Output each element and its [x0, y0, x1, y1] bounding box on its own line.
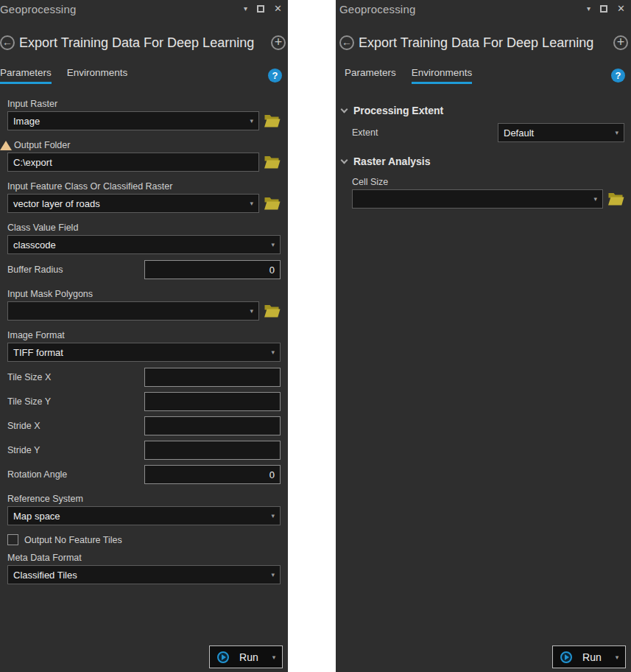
- tab-environments[interactable]: Environments: [67, 67, 128, 84]
- environments-form: Processing Extent Extent Default ▾ Raste…: [336, 104, 631, 209]
- input-raster-value: Image: [13, 116, 40, 127]
- folder-icon: [264, 155, 281, 169]
- rotation-angle-label: Rotation Angle: [7, 469, 67, 480]
- close-icon[interactable]: ✕: [274, 5, 282, 13]
- run-button[interactable]: Run ▾: [209, 645, 283, 668]
- folder-icon: [264, 304, 281, 318]
- output-folder-input[interactable]: C:\export: [7, 153, 259, 172]
- tool-title: Export Training Data For Deep Learning: [19, 35, 267, 51]
- input-feature-browse-button[interactable]: [264, 197, 281, 211]
- tab-environments[interactable]: Environments: [412, 67, 473, 84]
- back-button[interactable]: ←: [0, 35, 15, 50]
- class-value-field-value: classcode: [13, 239, 56, 251]
- run-dropdown-button[interactable]: ▾: [610, 648, 624, 665]
- extent-label: Extent: [352, 127, 378, 138]
- extent-row: Extent Default ▾: [340, 123, 624, 142]
- stride-x-row: Stride X: [7, 416, 281, 435]
- chevron-down-icon: ▾: [267, 241, 275, 248]
- tool-title: Export Training Data For Deep Learning: [359, 35, 609, 51]
- input-feature-value: vector layer of roads: [13, 198, 100, 209]
- class-value-field-label: Class Value Field: [7, 223, 281, 233]
- pane-footer: Run ▾: [552, 645, 626, 668]
- section-processing-extent[interactable]: Processing Extent: [340, 104, 624, 116]
- tile-size-x-input[interactable]: [144, 368, 281, 387]
- tile-size-y-row: Tile Size Y: [7, 392, 281, 411]
- input-raster-browse-button[interactable]: [264, 114, 281, 128]
- run-button-label: Run: [577, 651, 602, 663]
- rotation-angle-input[interactable]: 0: [144, 465, 281, 484]
- pane-title: Geoprocessing: [339, 3, 416, 15]
- input-raster-combo[interactable]: Image ▾: [7, 111, 259, 130]
- run-button-label: Run: [233, 651, 258, 663]
- chevron-down-icon: ▾: [245, 307, 253, 315]
- rotation-angle-row: Rotation Angle 0: [7, 465, 281, 484]
- stride-y-input[interactable]: [144, 441, 281, 460]
- tool-header: ← Export Training Data For Deep Learning…: [0, 33, 288, 52]
- image-format-value: TIFF format: [13, 347, 63, 358]
- tab-bar: Parameters Environments ?: [336, 66, 631, 84]
- pane-footer: Run ▾: [209, 645, 283, 668]
- buffer-radius-row: Buffer Radius 0: [7, 260, 281, 279]
- image-format-combo[interactable]: TIFF format ▾: [7, 343, 281, 362]
- add-to-model-button[interactable]: +: [613, 35, 628, 50]
- output-folder-label: Output Folder: [7, 140, 281, 150]
- chevron-down-icon: ▾: [267, 349, 275, 356]
- class-value-field-combo[interactable]: classcode ▾: [7, 235, 281, 254]
- image-format-label: Image Format: [7, 330, 281, 340]
- cell-size-label: Cell Size: [352, 177, 624, 187]
- section-title: Raster Analysis: [353, 155, 431, 167]
- output-folder-browse-button[interactable]: [264, 155, 281, 169]
- add-to-model-button[interactable]: +: [271, 35, 286, 50]
- run-dropdown-button[interactable]: ▾: [267, 648, 281, 665]
- input-feature-combo[interactable]: vector layer of roads ▾: [7, 194, 259, 213]
- back-arrow-icon: ←: [342, 37, 352, 47]
- tile-size-y-label: Tile Size Y: [7, 396, 51, 407]
- meta-data-format-combo[interactable]: Classified Tiles ▾: [7, 565, 281, 584]
- chevron-down-icon: ▾: [267, 571, 275, 578]
- chevron-down-icon: ▾: [615, 129, 618, 136]
- input-feature-label: Input Feature Class Or Classified Raster: [7, 181, 281, 192]
- cell-size-browse-button[interactable]: [607, 192, 624, 206]
- back-button[interactable]: ←: [339, 35, 354, 50]
- pane-menu-icon[interactable]: ▾: [587, 4, 591, 13]
- output-no-feature-tiles-label: Output No Feature Tiles: [24, 535, 122, 545]
- stride-y-label: Stride Y: [7, 445, 40, 455]
- section-raster-analysis[interactable]: Raster Analysis: [340, 155, 624, 167]
- folder-icon: [607, 192, 624, 206]
- help-icon[interactable]: ?: [268, 69, 282, 83]
- run-button[interactable]: Run ▾: [552, 645, 626, 668]
- chevron-down-icon: ▾: [272, 654, 276, 661]
- warning-icon: [0, 141, 12, 150]
- buffer-radius-label: Buffer Radius: [7, 265, 63, 275]
- input-raster-label: Input Raster: [7, 99, 281, 109]
- chevron-down-icon: ▾: [267, 512, 275, 519]
- maximize-icon[interactable]: [600, 5, 607, 13]
- window-controls: ▾ ✕: [244, 4, 282, 13]
- output-no-feature-tiles-row: Output No Feature Tiles: [7, 533, 281, 546]
- tab-parameters[interactable]: Parameters: [0, 67, 52, 84]
- extent-combo[interactable]: Default ▾: [498, 123, 624, 142]
- chevron-down-icon: ▾: [245, 200, 253, 207]
- pane-menu-icon[interactable]: ▾: [244, 4, 247, 13]
- folder-icon: [264, 197, 281, 211]
- output-no-feature-tiles-checkbox[interactable]: [7, 534, 18, 545]
- close-icon[interactable]: ✕: [617, 5, 625, 13]
- extent-value: Default: [504, 127, 534, 139]
- maximize-icon[interactable]: [257, 5, 264, 13]
- plus-icon: +: [275, 35, 283, 49]
- collapse-chevron-icon: [341, 105, 348, 113]
- collapse-chevron-icon: [341, 156, 348, 164]
- stride-x-label: Stride X: [7, 421, 40, 431]
- pane-titlebar: Geoprocessing ▾ ✕: [0, 0, 288, 16]
- tile-size-x-label: Tile Size X: [7, 372, 51, 382]
- cell-size-combo[interactable]: ▾: [352, 189, 603, 209]
- reference-system-combo[interactable]: Map space ▾: [7, 506, 281, 525]
- tab-parameters[interactable]: Parameters: [345, 67, 396, 84]
- stride-x-input[interactable]: [144, 416, 281, 435]
- back-arrow-icon: ←: [2, 37, 13, 47]
- input-mask-polygons-browse-button[interactable]: [264, 304, 281, 318]
- input-mask-polygons-combo[interactable]: ▾: [7, 301, 259, 321]
- buffer-radius-input[interactable]: 0: [144, 260, 281, 279]
- help-icon[interactable]: ?: [611, 69, 625, 83]
- tile-size-y-input[interactable]: [144, 392, 281, 411]
